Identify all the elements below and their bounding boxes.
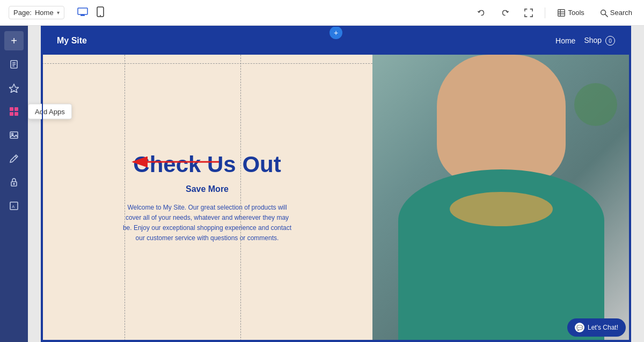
svg-rect-4 xyxy=(558,9,565,16)
add-apps-container: Add Apps xyxy=(4,101,24,122)
sidebar-item-seo[interactable]: A xyxy=(4,196,24,215)
search-button[interactable]: Search xyxy=(596,6,635,19)
sidebar-item-pages[interactable] xyxy=(4,55,24,74)
canvas-area: + My Site Home Shop 0 Check Us Out xyxy=(28,26,644,342)
site-nav: Home Shop 0 xyxy=(555,36,615,46)
svg-point-3 xyxy=(100,15,101,16)
left-sidebar: + Add Apps xyxy=(0,26,28,342)
svg-rect-17 xyxy=(14,112,18,116)
sidebar-item-media[interactable] xyxy=(4,125,24,145)
redo-button[interactable] xyxy=(497,6,513,19)
page-label: Page: xyxy=(13,9,32,17)
fullscreen-button[interactable] xyxy=(521,6,536,19)
add-section-button[interactable]: + xyxy=(330,26,342,39)
chat-icon: 💬 xyxy=(575,323,584,332)
chat-button[interactable]: 💬 Let's Chat! xyxy=(567,318,626,337)
hero-description: Welcome to My Site. Our great selection … xyxy=(121,203,293,244)
add-element-button[interactable]: + xyxy=(4,31,24,50)
svg-line-9 xyxy=(605,14,607,16)
page-name: Home xyxy=(35,9,54,17)
svg-rect-21 xyxy=(11,182,17,186)
woman-background xyxy=(372,55,630,341)
bg-decoration xyxy=(574,83,617,126)
main-layout: + Add Apps xyxy=(0,26,644,342)
woman-necklace xyxy=(450,192,553,226)
site-preview: + My Site Home Shop 0 Check Us Out xyxy=(41,26,631,342)
tools-label: Tools xyxy=(568,9,584,17)
svg-rect-14 xyxy=(10,107,13,111)
cart-badge[interactable]: 0 xyxy=(605,36,615,46)
guide-line-horizontal xyxy=(42,63,372,64)
search-label: Search xyxy=(610,9,632,17)
mobile-icon[interactable] xyxy=(94,4,106,21)
svg-point-22 xyxy=(13,183,14,184)
svg-rect-15 xyxy=(14,107,18,111)
hero-section: Check Us Out Save More Welcome to My Sit… xyxy=(42,55,630,341)
page-selector[interactable]: Page: Home ▾ xyxy=(9,6,64,19)
nav-home[interactable]: Home xyxy=(555,36,575,45)
nav-shop: Shop 0 xyxy=(584,36,615,46)
top-bar-right: Tools Search xyxy=(474,6,635,19)
undo-button[interactable] xyxy=(474,6,489,19)
sidebar-item-members[interactable] xyxy=(4,173,24,192)
divider xyxy=(545,8,545,18)
sidebar-item-draw[interactable] xyxy=(4,149,24,168)
add-apps-tooltip: Add Apps xyxy=(28,104,72,120)
svg-rect-16 xyxy=(10,112,13,116)
top-bar: Page: Home ▾ xyxy=(0,0,644,26)
chat-label: Let's Chat! xyxy=(588,324,618,331)
sidebar-item-design[interactable] xyxy=(4,78,24,98)
desktop-icon[interactable] xyxy=(75,5,90,20)
svg-rect-0 xyxy=(78,8,87,14)
woman-face xyxy=(437,55,566,183)
svg-line-20 xyxy=(15,156,17,158)
top-bar-left: Page: Home ▾ xyxy=(9,4,106,21)
hero-title: Check Us Out xyxy=(133,152,281,177)
device-icons xyxy=(75,4,106,21)
hero-left: Check Us Out Save More Welcome to My Sit… xyxy=(42,55,372,341)
site-logo: My Site xyxy=(57,36,87,46)
tools-button[interactable]: Tools xyxy=(554,6,587,19)
sidebar-item-apps[interactable] xyxy=(4,102,24,121)
chevron-down-icon: ▾ xyxy=(57,10,60,16)
hero-subtitle: Save More xyxy=(186,184,229,194)
hero-image: 💬 Let's Chat! xyxy=(372,55,630,341)
svg-text:A: A xyxy=(12,204,15,209)
